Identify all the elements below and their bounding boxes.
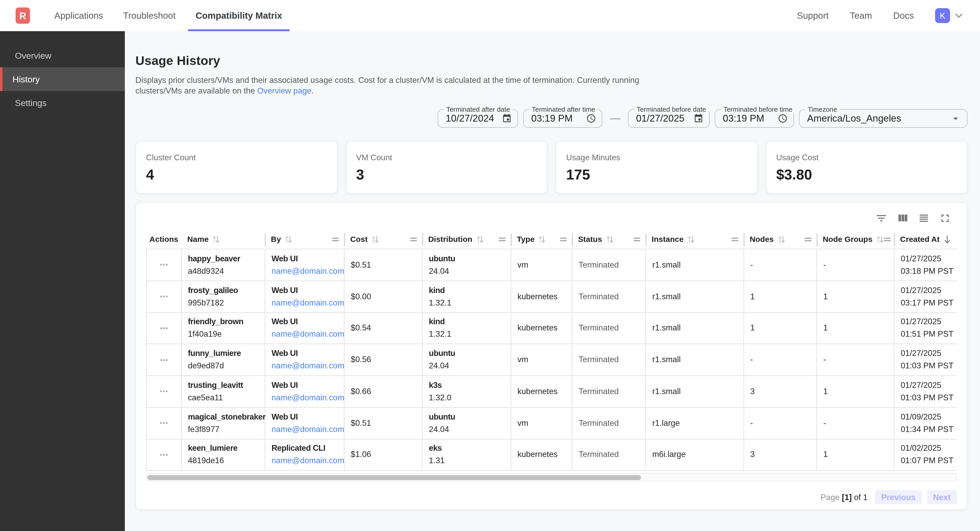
terminated-after-time-field[interactable]: Terminated after time 03:19 PM (523, 109, 602, 128)
row-actions-button[interactable] (159, 386, 169, 397)
tab-compatibility-matrix[interactable]: Compatibility Matrix (188, 0, 290, 31)
previous-button[interactable]: Previous (875, 490, 922, 504)
cell-created-at: 01/27/202501:03 PM PST (894, 376, 958, 407)
tab-applications[interactable]: Applications (47, 0, 111, 31)
sidebar-item-overview[interactable]: Overview (0, 44, 125, 67)
header-link-team[interactable]: Team (850, 11, 872, 21)
column-menu-icon[interactable] (499, 237, 506, 242)
column-menu-icon[interactable] (560, 237, 567, 242)
column-header-cost[interactable]: Cost (345, 230, 423, 249)
field-value: 10/27/2024 (446, 113, 502, 124)
row-actions-button[interactable] (159, 291, 169, 302)
cell-cost: $1.06 (345, 439, 423, 470)
row-actions-button[interactable] (159, 449, 169, 460)
page-indicator: Page [1] of 1 (821, 493, 867, 502)
chevron-down-icon[interactable] (951, 8, 966, 23)
timezone-select[interactable]: Timezone America/Los_Angeles (799, 109, 967, 128)
cell-created-at: 01/27/202503:18 PM PST (894, 249, 958, 280)
next-button[interactable]: Next (927, 490, 957, 504)
cell-node-groups: 1 (817, 281, 895, 312)
table-header-row: ActionsNameByCostDistributionTypeStatusI… (146, 230, 957, 249)
field-value: America/Los_Angeles (807, 113, 950, 124)
email-link[interactable]: name@domain.com (272, 360, 344, 372)
date-range-separator: — (610, 112, 620, 125)
header-link-support[interactable]: Support (797, 11, 829, 21)
sidebar-item-settings[interactable]: Settings (0, 91, 125, 114)
horizontal-scrollbar[interactable] (146, 473, 957, 481)
app-logo[interactable]: R (16, 8, 30, 24)
filter-icon[interactable] (875, 212, 888, 225)
stat-card-cluster-count: Cluster Count4 (135, 141, 337, 194)
tab-troubleshoot[interactable]: Troubleshoot (116, 0, 183, 31)
column-menu-icon[interactable] (805, 237, 811, 242)
column-header-instance[interactable]: Instance (646, 230, 744, 249)
calendar-icon[interactable] (502, 114, 512, 124)
cell-actions (146, 313, 182, 344)
table-body: happy_beavera48d9324Web UIname@domain.co… (146, 249, 957, 471)
sidebar: OverviewHistorySettings (0, 31, 125, 531)
columns-icon[interactable] (896, 212, 909, 225)
cell-name: friendly_brown1f40a19e (181, 313, 265, 344)
overview-page-link[interactable]: Overview page (257, 86, 311, 95)
cell-node-groups: 1 (817, 313, 895, 344)
clock-icon[interactable] (778, 114, 788, 124)
cell-by: Web UIname@domain.com (265, 344, 345, 375)
logo-letter: R (19, 10, 26, 21)
row-actions-button[interactable] (159, 355, 169, 365)
column-menu-icon[interactable] (332, 237, 339, 242)
terminated-before-date-field[interactable]: Terminated before date 01/27/2025 (628, 109, 710, 128)
email-link[interactable]: name@domain.com (272, 455, 344, 468)
sidebar-item-history[interactable]: History (0, 67, 125, 91)
density-icon[interactable] (918, 212, 930, 225)
email-link[interactable]: name@domain.com (272, 423, 344, 436)
calendar-icon[interactable] (694, 114, 703, 124)
terminated-after-date-field[interactable]: Terminated after date 10/27/2024 (438, 109, 518, 128)
page-title: Usage History (135, 54, 967, 68)
cell-actions (146, 439, 182, 470)
terminated-before-time-field[interactable]: Terminated before time 03:19 PM (715, 109, 794, 128)
sort-arrows-icon (213, 235, 220, 244)
row-actions-button[interactable] (159, 260, 169, 270)
column-header-name[interactable]: Name (181, 230, 265, 249)
app-root: R ApplicationsTroubleshootCompatibility … (0, 0, 980, 531)
column-menu-icon[interactable] (410, 237, 417, 242)
column-menu-icon[interactable] (732, 237, 738, 242)
column-header-node-groups[interactable]: Node Groups (817, 230, 895, 249)
cell-name: frosty_galileo995b7182 (181, 281, 265, 312)
table-row: magical_stonebrakerfe3f8977Web UIname@do… (146, 407, 957, 439)
cell-distribution: kind1.32.1 (423, 281, 511, 312)
cell-status: Terminated (573, 376, 646, 407)
column-header-type[interactable]: Type (511, 230, 573, 249)
cell-distribution: eks1.31 (423, 439, 511, 470)
column-header-created-at[interactable]: Created At (894, 230, 958, 249)
column-header-status[interactable]: Status (573, 230, 646, 249)
cell-node-groups: 1 (817, 439, 895, 470)
cell-distribution: ubuntu24.04 (423, 407, 511, 439)
cell-distribution: k3s1.32.0 (423, 376, 511, 407)
email-link[interactable]: name@domain.com (272, 328, 344, 341)
field-label: Terminated after date (444, 105, 512, 113)
cell-instance: r1.small (646, 344, 744, 375)
column-header-actions[interactable]: Actions (146, 230, 182, 249)
row-actions-button[interactable] (159, 418, 169, 428)
row-actions-button[interactable] (159, 323, 169, 334)
cell-distribution: ubuntu24.04 (423, 344, 511, 375)
email-link[interactable]: name@domain.com (272, 392, 344, 404)
sort-arrows-icon (371, 235, 379, 244)
table-row: funny_lumierede9ed87dWeb UIname@domain.c… (146, 344, 957, 376)
cell-by: Web UIname@domain.com (265, 249, 345, 280)
scrollbar-thumb[interactable] (147, 475, 641, 480)
header-links: SupportTeamDocs (797, 11, 935, 21)
email-link[interactable]: name@domain.com (272, 297, 344, 309)
avatar[interactable]: K (935, 8, 950, 23)
fullscreen-icon[interactable] (939, 212, 951, 225)
column-menu-icon[interactable] (884, 237, 891, 242)
column-menu-icon[interactable] (633, 237, 640, 242)
header-link-docs[interactable]: Docs (893, 11, 914, 21)
cell-by: Web UIname@domain.com (265, 313, 345, 344)
clock-icon[interactable] (586, 114, 596, 124)
column-header-nodes[interactable]: Nodes (744, 230, 817, 249)
email-link[interactable]: name@domain.com (272, 265, 344, 277)
column-header-distribution[interactable]: Distribution (423, 230, 511, 249)
column-header-by[interactable]: By (265, 230, 345, 249)
